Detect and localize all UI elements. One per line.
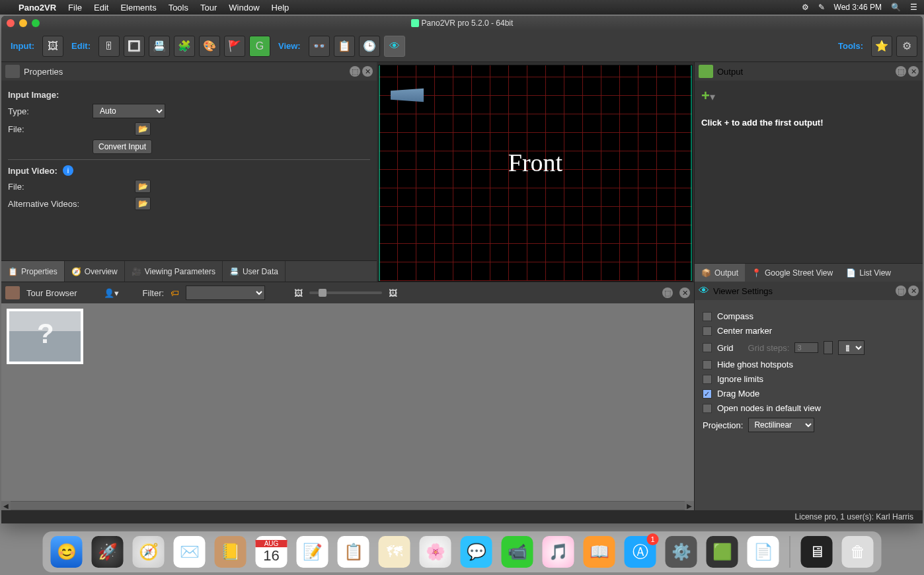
dock-maps-icon[interactable]: 🗺 (379, 536, 410, 568)
app-name[interactable]: Pano2VR (19, 3, 56, 13)
output-popout-button[interactable]: ⬚ (896, 66, 906, 77)
grid-steps-input[interactable] (794, 342, 818, 353)
tab-output[interactable]: 📦 Output (695, 264, 745, 282)
file-open-button[interactable]: 📂 (135, 122, 151, 135)
tour-scrollbar[interactable]: ◀ ▶ (1, 501, 694, 510)
panel-close-button[interactable]: ✕ (362, 66, 373, 77)
dock-appstore-icon[interactable]: Ⓐ1 (625, 536, 656, 568)
filter-label: Filter: (143, 288, 165, 298)
edit-tour-button[interactable]: 🚩 (224, 36, 245, 57)
scroll-track[interactable] (11, 502, 685, 510)
edit-sliders-button[interactable]: 🎚 (98, 36, 120, 57)
tour-browser-panel: Tour Browser 👤▾ Filter: 🏷 🖼 🖼 ⬚ ✕ ◀ (1, 282, 694, 510)
grid-label: Grid (717, 343, 734, 353)
tour-user-icon[interactable]: 👤▾ (104, 288, 119, 298)
dock-ibooks-icon[interactable]: 📖 (584, 536, 615, 568)
menu-elements[interactable]: Elements (120, 3, 156, 13)
tab-viewing-parameters[interactable]: 🎥 Viewing Parameters (125, 261, 223, 282)
open-nodes-checkbox[interactable] (703, 404, 712, 413)
output-close-button[interactable]: ✕ (908, 66, 919, 77)
convert-input-button[interactable]: Convert Input (93, 139, 152, 154)
filter-tag-icon[interactable]: 🏷 (171, 288, 179, 298)
dock-facetime-icon[interactable]: 📹 (502, 536, 533, 568)
alt-videos-open-button[interactable]: 📂 (135, 197, 151, 210)
input-panorama-button[interactable]: 🖼 (42, 36, 63, 57)
dock-textedit-icon[interactable]: 📄 (748, 536, 779, 568)
menu-list-icon[interactable]: ☰ (910, 3, 917, 12)
menu-help[interactable]: Help (272, 3, 289, 13)
edit-media-button[interactable]: 🧩 (174, 36, 195, 57)
dock-finder-icon[interactable]: 😊 (51, 536, 83, 568)
dock-launchpad-icon[interactable]: 🚀 (92, 536, 124, 568)
panel-popout-button[interactable]: ⬚ (350, 66, 360, 77)
tab-google-street-view[interactable]: 📍 Google Street View (745, 264, 839, 282)
menu-tour[interactable]: Tour (200, 3, 217, 13)
spotlight-icon[interactable]: 🔍 (891, 3, 901, 12)
projection-select[interactable]: Rectilinear (748, 418, 814, 432)
scroll-left-button[interactable]: ◀ (1, 501, 11, 510)
tab-overview[interactable]: 🧭 Overview (65, 261, 125, 282)
scroll-right-button[interactable]: ▶ (685, 501, 694, 510)
menu-tools[interactable]: Tools (169, 3, 188, 13)
dock-mail-icon[interactable]: ✉️ (174, 536, 206, 568)
viewer-close-button[interactable]: ✕ (908, 286, 919, 296)
info-icon[interactable]: i (63, 165, 73, 176)
view-clock-button[interactable]: 🕒 (359, 36, 380, 57)
tools-skin-editor-button[interactable]: ⭐ (871, 36, 892, 57)
edit-patch-button[interactable]: 🔳 (124, 36, 145, 57)
dock-trash-icon[interactable]: 🗑 (842, 536, 874, 568)
viewer-popout-button[interactable]: ⬚ (896, 286, 906, 296)
menu-file[interactable]: File (68, 3, 82, 13)
tab-list-view[interactable]: 📄 List View (839, 264, 898, 282)
edit-google-button[interactable]: G (249, 36, 270, 57)
type-select[interactable]: Auto (93, 104, 165, 118)
add-output-button[interactable]: +▾ (701, 87, 916, 104)
drag-mode-checkbox[interactable] (703, 389, 712, 399)
menu-window[interactable]: Window (229, 3, 259, 13)
status-icon-1[interactable]: ⚙︎ (802, 3, 809, 12)
ghost-hotspots-checkbox[interactable] (703, 360, 712, 369)
panorama-viewport[interactable]: Front (378, 65, 693, 282)
grid-color-select[interactable]: ▦ (838, 340, 865, 355)
dock-safari-icon[interactable]: 🧭 (133, 536, 165, 568)
tour-browser-body[interactable] (1, 303, 694, 501)
thumb-size-large-icon: 🖼 (389, 288, 397, 298)
tab-user-data[interactable]: 📇 User Data (223, 261, 286, 282)
input-image-heading: Input Image: (8, 90, 59, 100)
dock-pano2vr-icon[interactable]: 🟩 (707, 536, 738, 568)
view-clipboard-button[interactable]: 📋 (334, 36, 355, 57)
menu-edit[interactable]: Edit (94, 3, 108, 13)
dock-notes-icon[interactable]: 📝 (297, 536, 328, 568)
compass-checkbox[interactable] (703, 312, 712, 321)
video-file-open-button[interactable]: 📂 (135, 180, 151, 193)
tour-node-thumbnail[interactable] (7, 309, 83, 364)
tools-gear-button[interactable]: ⚙ (896, 36, 917, 57)
dock-photos-icon[interactable]: 🌸 (420, 536, 451, 568)
status-icon-2[interactable]: ✎ (818, 3, 825, 12)
dock-calendar-icon[interactable]: AUG16 (256, 536, 288, 568)
menubar-clock[interactable]: Wed 3:46 PM (834, 3, 882, 12)
dock-messages-icon[interactable]: 💬 (461, 536, 492, 568)
tour-popout-button[interactable]: ⬚ (662, 288, 673, 298)
edit-hotspots-button[interactable]: 📇 (149, 36, 170, 57)
tab-properties[interactable]: 📋 Properties (1, 261, 65, 282)
grid-checkbox[interactable] (703, 343, 712, 352)
dock-app-window-icon[interactable]: 🖥 (801, 536, 833, 568)
toolbar-input-label: Input: (11, 41, 34, 51)
dock-contacts-icon[interactable]: 📒 (215, 536, 247, 568)
dock-preferences-icon[interactable]: ⚙️ (666, 536, 697, 568)
filter-select[interactable] (186, 286, 265, 300)
thumb-size-slider[interactable] (309, 291, 382, 294)
center-marker-checkbox[interactable] (703, 326, 712, 336)
grid-steps-spinner[interactable] (824, 341, 833, 354)
view-eye-button[interactable]: 👁 (384, 36, 405, 57)
output-panel: Output ⬚ ✕ +▾ Click + to add the first o… (694, 62, 923, 282)
viewer-settings-panel: 👁 Viewer Settings ⬚ ✕ Compass Center mar… (694, 282, 923, 510)
dock-reminders-icon[interactable]: 📋 (338, 536, 369, 568)
ignore-limits-checkbox[interactable] (703, 375, 712, 384)
dock-itunes-icon[interactable]: 🎵 (543, 536, 574, 568)
tour-browser-title: Tour Browser (26, 288, 77, 298)
tour-close-button[interactable]: ✕ (679, 288, 690, 298)
view-binocular-button[interactable]: 👓 (309, 36, 330, 57)
edit-skin-button[interactable]: 🎨 (199, 36, 220, 57)
